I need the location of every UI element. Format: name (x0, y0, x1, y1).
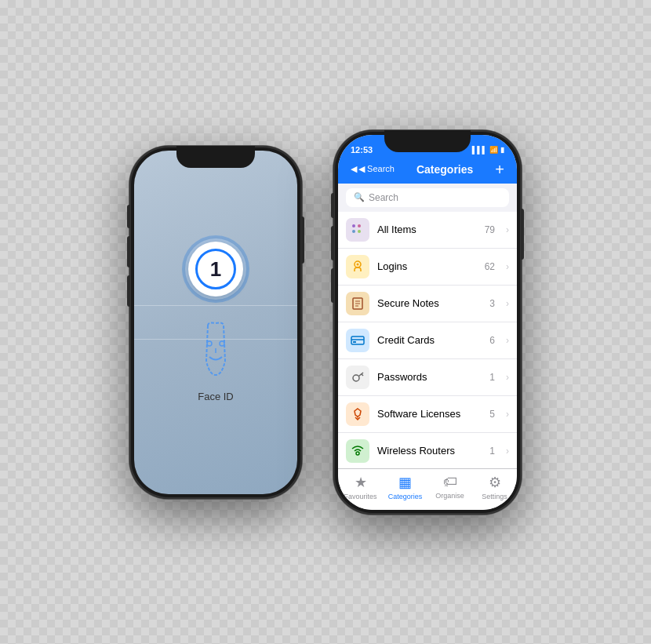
tab-favourites-label: Favourites (344, 493, 376, 500)
search-icon: 🔍 (354, 192, 365, 202)
right-phone: 12:53 ▌▌▌ 📶 ▮ ◀ ◀ Search Categories + (333, 130, 522, 515)
svg-point-16 (353, 375, 359, 381)
gear-icon: ⚙ (489, 474, 501, 491)
credit-cards-label: Credit Cards (377, 334, 482, 346)
chevron-icon-cards: › (506, 335, 509, 346)
battery-icon: ▮ (500, 146, 504, 154)
face-id-sketch (192, 322, 239, 377)
left-phone: 1 Face ID (129, 146, 302, 499)
svg-line-18 (362, 374, 363, 376)
search-bar: 🔍 Search (338, 184, 517, 212)
categories-list: All Items 79 › Logins 62 › (338, 212, 517, 468)
status-icons: ▌▌▌ 📶 ▮ (472, 146, 504, 154)
categories-icon: ▦ (398, 474, 412, 491)
list-item-logins[interactable]: Logins 62 › (338, 249, 517, 286)
chevron-icon-notes: › (506, 298, 509, 309)
back-label: ◀ Search (358, 164, 395, 174)
tab-settings-label: Settings (482, 493, 507, 500)
svg-rect-13 (351, 337, 364, 344)
back-button[interactable]: ◀ ◀ Search (351, 164, 395, 174)
left-phone-screen: 1 Face ID (134, 151, 297, 494)
wireless-routers-icon (346, 439, 369, 463)
nav-title: Categories (416, 163, 473, 176)
search-placeholder: Search (369, 192, 398, 203)
volume-up-button (127, 236, 130, 267)
all-items-count: 79 (485, 224, 495, 235)
power-button-right (521, 209, 524, 260)
chevron-left-icon: ◀ (351, 164, 357, 174)
svg-point-4 (358, 224, 361, 227)
tab-settings[interactable]: ⚙ Settings (472, 474, 517, 500)
passwords-label: Passwords (377, 371, 482, 383)
signal-icon: ▌▌▌ (472, 146, 487, 154)
face-id-label: Face ID (198, 391, 234, 402)
list-item-all[interactable]: All Items 79 › (338, 212, 517, 249)
volume-down-right (331, 268, 334, 303)
logins-icon (346, 255, 369, 278)
logins-count: 62 (485, 261, 495, 272)
svg-point-3 (352, 224, 355, 227)
notch-right (384, 130, 471, 152)
svg-point-1 (220, 341, 224, 346)
mute-button-right (331, 193, 334, 218)
lock-container: 1 Face ID (188, 242, 243, 402)
volume-up-right (331, 226, 334, 260)
list-item-routers[interactable]: Wireless Routers 1 › (338, 433, 517, 468)
passwords-icon (346, 366, 369, 389)
secure-notes-label: Secure Notes (377, 297, 482, 309)
software-licenses-label: Software Licenses (377, 408, 482, 420)
right-phone-screen: 12:53 ▌▌▌ 📶 ▮ ◀ ◀ Search Categories + (338, 135, 517, 510)
svg-point-0 (207, 341, 212, 346)
tab-categories-label: Categories (388, 493, 423, 500)
lock-icon: 1 (188, 242, 243, 297)
tab-favourites[interactable]: ★ Favourites (338, 474, 383, 500)
list-item-notes[interactable]: Secure Notes 3 › (338, 286, 517, 322)
passwords-count: 1 (489, 372, 495, 383)
credit-cards-icon (346, 329, 369, 352)
svg-point-5 (352, 230, 355, 233)
organise-icon: 🏷 (443, 474, 457, 490)
tab-categories[interactable]: ▦ Categories (383, 474, 427, 500)
volume-down-button (127, 275, 130, 307)
list-item-licenses[interactable]: Software Licenses 5 › (338, 396, 517, 433)
power-button-left (301, 216, 304, 264)
logins-label: Logins (377, 260, 477, 272)
tab-bar: ★ Favourites ▦ Categories 🏷 Organise ⚙ S… (338, 468, 517, 510)
chevron-icon-logins: › (506, 261, 509, 272)
software-licenses-icon (346, 402, 369, 426)
list-item-cards[interactable]: Credit Cards 6 › (338, 322, 517, 359)
svg-rect-15 (353, 341, 356, 343)
tab-organise-label: Organise (435, 492, 464, 500)
svg-point-6 (358, 230, 361, 233)
chevron-icon-all: › (506, 224, 509, 235)
star-icon: ★ (355, 474, 367, 491)
wireless-routers-count: 1 (489, 446, 495, 457)
phones-container: 1 Face ID (129, 130, 522, 515)
one-password-logo: 1 (210, 257, 221, 282)
search-input[interactable]: 🔍 Search (346, 188, 509, 207)
all-items-label: All Items (377, 224, 477, 235)
list-item-passwords[interactable]: Passwords 1 › (338, 359, 517, 396)
chevron-icon-licenses: › (506, 409, 509, 420)
svg-point-8 (357, 263, 359, 265)
software-licenses-count: 5 (489, 409, 495, 420)
secure-notes-icon (346, 292, 369, 315)
wifi-icon: 📶 (489, 146, 498, 154)
status-time: 12:53 (351, 145, 373, 155)
lock-inner: 1 (195, 249, 236, 289)
wireless-routers-label: Wireless Routers (377, 445, 482, 457)
secure-notes-count: 3 (489, 298, 495, 309)
mute-button (127, 205, 130, 228)
chevron-icon-passwords: › (506, 372, 509, 383)
nav-bar: ◀ ◀ Search Categories + (338, 158, 517, 184)
credit-cards-count: 6 (489, 335, 495, 346)
add-button[interactable]: + (495, 162, 504, 177)
chevron-icon-routers: › (506, 446, 509, 457)
svg-point-20 (356, 452, 359, 455)
tab-organise[interactable]: 🏷 Organise (427, 474, 472, 500)
all-items-icon (346, 218, 369, 242)
notch-left (176, 146, 255, 168)
